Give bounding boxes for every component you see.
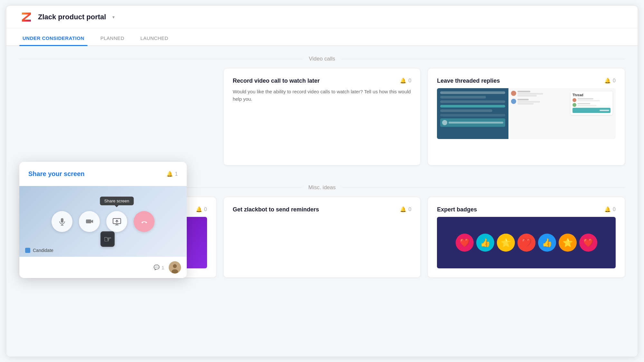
candidate-badge: Candidate <box>25 248 53 253</box>
main-content: Video calls Record video call to watch l… <box>6 46 638 357</box>
vote-icon-4: 🔔 <box>400 206 406 212</box>
comment-icon: 💬 <box>154 265 160 270</box>
candidate-color-dot <box>25 248 30 253</box>
vote-icon-2: 🔔 <box>604 78 611 84</box>
svg-text:☞: ☞ <box>104 234 112 244</box>
badge-thumbsup2: 👍 <box>538 234 556 252</box>
share-screen-popup[interactable]: Share your screen 🔔 1 <box>19 162 187 278</box>
badge-thumbsup: 👍 <box>476 234 494 252</box>
svg-rect-5 <box>86 219 91 223</box>
share-screen-footer: 💬 1 <box>19 257 187 278</box>
logo-icon <box>19 10 33 24</box>
section-video-calls: Video calls <box>19 46 625 69</box>
card-task-due-dates-votes: 🔔 0 <box>196 206 207 212</box>
card-record-video[interactable]: Record video call to watch later 🔔 0 Wou… <box>224 69 421 165</box>
cursor-hand-icon: ☞ <box>100 231 115 250</box>
svg-point-13 <box>173 264 177 268</box>
expert-badges-image: ❤️ 👍 ⭐ ❤️ 👍 ⭐ ❤️ <box>437 217 616 268</box>
thread-right-panel: Thread <box>508 88 616 139</box>
tabs-bar: UNDER CONSIDERATION PLANNED LAUNCHED <box>6 28 638 46</box>
card-threaded-replies[interactable]: Leave threaded replies 🔔 0 <box>428 69 625 165</box>
badge-heart: ❤️ <box>456 234 474 252</box>
call-controls: Share screen <box>52 211 155 232</box>
card-record-video-votes: 🔔 0 <box>400 78 411 84</box>
share-screen-votes: 🔔 1 <box>166 171 178 177</box>
vote-icon: 🔔 <box>400 78 406 84</box>
card-expert-badges-votes: 🔔 0 <box>604 206 616 212</box>
badge-heart2: ❤️ <box>517 234 535 252</box>
badge-star1: ⭐ <box>497 234 515 252</box>
logo-area: Zlack product portal ▾ <box>19 10 115 24</box>
card-zlackbot[interactable]: Get zlackbot to send reminders 🔔 0 <box>224 197 421 277</box>
share-screen-popup-title: Share your screen <box>28 170 85 178</box>
card-zlackbot-title: Get zlackbot to send reminders <box>233 206 376 213</box>
thread-preview-image: Thread <box>437 88 616 139</box>
share-screen-preview: Share screen <box>19 186 187 257</box>
app-title: Zlack product portal <box>38 13 106 21</box>
card-threaded-replies-votes: 🔔 0 <box>604 78 616 84</box>
screen-share-tooltip: Share screen <box>100 197 134 205</box>
tab-under-consideration[interactable]: UNDER CONSIDERATION <box>19 35 88 45</box>
screen-share-button[interactable]: Share screen <box>106 211 127 232</box>
vote-icon-5: 🔔 <box>604 206 611 212</box>
card-threaded-replies-title: Leave threaded replies <box>437 78 580 84</box>
card-expert-badges-title: Expert badges <box>437 206 580 213</box>
user-avatar <box>169 261 181 274</box>
header: Zlack product portal ▾ <box>6 6 638 28</box>
vote-icon-3: 🔔 <box>196 206 202 212</box>
candidate-label: Candidate <box>33 248 53 253</box>
thread-left-panel <box>437 88 508 139</box>
video-calls-grid: Record video call to watch later 🔔 0 Wou… <box>19 69 625 165</box>
badge-star2: ⭐ <box>559 234 577 252</box>
svg-rect-2 <box>61 218 63 223</box>
mic-button[interactable] <box>52 211 72 232</box>
tab-planned[interactable]: PLANNED <box>97 35 128 45</box>
share-screen-vote-icon: 🔔 <box>166 171 173 177</box>
card-record-video-desc: Would you like the ability to record vid… <box>233 88 412 103</box>
title-dropdown-icon[interactable]: ▾ <box>112 14 115 20</box>
badge-heart3: ❤️ <box>579 234 597 252</box>
tab-launched[interactable]: LAUNCHED <box>137 35 172 45</box>
card-zlackbot-votes: 🔔 0 <box>400 206 411 212</box>
card-record-video-title: Record video call to watch later <box>233 78 376 84</box>
footer-comments: 💬 1 <box>154 265 164 270</box>
video-button[interactable] <box>79 211 100 232</box>
share-screen-header: Share your screen 🔔 1 <box>19 162 187 186</box>
end-call-button[interactable] <box>134 211 155 232</box>
card-expert-badges[interactable]: Expert badges 🔔 0 ❤️ 👍 ⭐ ❤️ 👍 ⭐ ❤️ <box>428 197 625 277</box>
badges-preview: ❤️ 👍 ⭐ ❤️ 👍 ⭐ ❤️ <box>437 217 616 268</box>
